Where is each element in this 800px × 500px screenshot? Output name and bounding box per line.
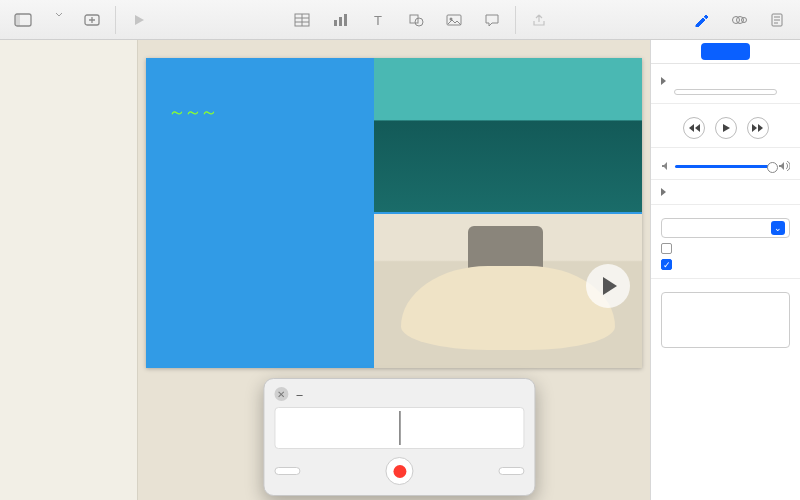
checkbox-checked-icon: ✓ <box>661 259 672 270</box>
slide-navigator[interactable] <box>0 40 138 500</box>
table-icon <box>293 12 311 28</box>
inspector-tabs <box>651 40 800 64</box>
volume-max-icon <box>778 161 790 171</box>
svg-rect-6 <box>344 14 347 26</box>
chevron-updown-icon: ⌄ <box>771 221 785 235</box>
media-icon <box>445 12 463 28</box>
preview-button[interactable] <box>274 467 300 475</box>
animate-icon <box>730 12 748 28</box>
rewind-button[interactable] <box>683 117 705 139</box>
format-icon <box>692 12 710 28</box>
svg-rect-4 <box>334 20 337 26</box>
slide-media-column <box>374 58 642 368</box>
media-top-image[interactable] <box>374 58 642 212</box>
text-button[interactable]: T <box>365 9 391 30</box>
playhead-cursor[interactable] <box>399 411 400 445</box>
repeat-select[interactable]: ⌄ <box>661 218 790 238</box>
svg-rect-1 <box>15 14 20 26</box>
comment-button[interactable] <box>479 9 505 30</box>
zoom-menu[interactable] <box>48 9 67 20</box>
insert-button[interactable] <box>498 467 524 475</box>
table-button[interactable] <box>289 9 315 30</box>
play-across-slides-checkbox[interactable]: ✓ <box>661 259 790 270</box>
slide-text-column: ～～～ <box>146 58 374 368</box>
toolbar: T <box>0 0 800 40</box>
movie-play-overlay-icon[interactable] <box>586 264 630 308</box>
chart-button[interactable] <box>327 9 353 30</box>
comment-icon <box>483 12 501 28</box>
replace-button[interactable] <box>674 89 777 95</box>
current-slide: ～～～ <box>146 58 642 368</box>
shape-button[interactable] <box>403 9 429 30</box>
record-button[interactable] <box>385 457 413 485</box>
section-description <box>651 279 800 356</box>
inspector-panel: ⌄ ✓ <box>650 40 800 500</box>
audio-waveform[interactable] <box>274 407 524 449</box>
tab-arrange[interactable] <box>752 40 800 63</box>
document-button[interactable] <box>764 9 790 30</box>
add-slide-button[interactable] <box>79 9 105 30</box>
media-bottom-movie[interactable] <box>374 214 642 368</box>
format-button[interactable] <box>688 9 714 30</box>
section-edit-movie <box>651 180 800 205</box>
volume-slider[interactable] <box>675 165 774 168</box>
edit-movie-disclosure[interactable] <box>661 188 790 196</box>
tab-movie[interactable] <box>701 43 749 60</box>
chart-icon <box>331 12 349 28</box>
forward-button[interactable] <box>747 117 769 139</box>
media-button[interactable] <box>441 9 467 30</box>
popover-close-button[interactable]: ✕ <box>274 387 288 401</box>
record-audio-popover: ✕ – <box>263 378 535 496</box>
decorative-squiggle: ～～～ <box>168 100 356 124</box>
tab-style[interactable] <box>651 40 699 63</box>
share-icon <box>530 12 548 28</box>
svg-rect-5 <box>339 17 342 26</box>
description-textarea[interactable] <box>661 292 790 348</box>
filename-disclosure[interactable] <box>661 77 790 85</box>
plus-icon <box>83 12 101 28</box>
view-menu[interactable] <box>10 9 36 30</box>
svg-point-9 <box>415 18 423 26</box>
document-icon <box>768 12 786 28</box>
share-button[interactable] <box>526 9 552 30</box>
volume-min-icon <box>661 161 671 171</box>
play-pause-button[interactable] <box>715 117 737 139</box>
start-on-click-checkbox[interactable] <box>661 243 790 254</box>
section-file-info <box>651 64 800 104</box>
section-repeat: ⌄ ✓ <box>651 205 800 279</box>
view-icon <box>14 12 32 28</box>
checkbox-icon <box>661 243 672 254</box>
main-area: ～～～ ✕ – <box>0 40 800 500</box>
slide-canvas[interactable]: ～～～ ✕ – <box>138 40 650 500</box>
animate-button[interactable] <box>726 9 752 30</box>
popover-title: – <box>296 388 302 400</box>
svg-text:T: T <box>374 13 382 27</box>
play-icon <box>130 12 148 28</box>
shape-icon <box>407 12 425 28</box>
play-button[interactable] <box>126 9 152 30</box>
section-controls <box>651 104 800 148</box>
text-icon: T <box>369 12 387 28</box>
section-volume <box>651 148 800 180</box>
